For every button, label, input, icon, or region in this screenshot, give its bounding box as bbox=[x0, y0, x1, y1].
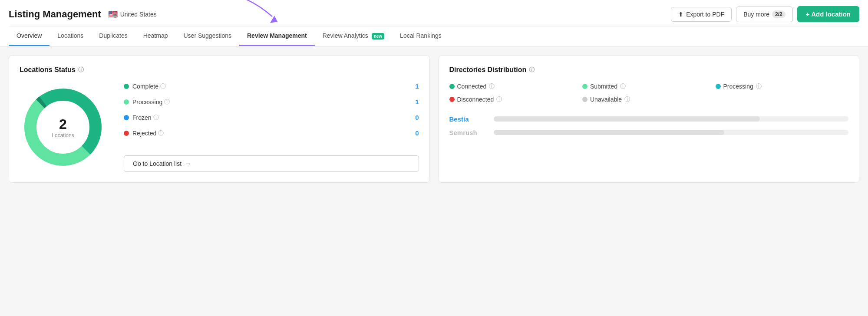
directories-legend: Connected ⓘ Submitted ⓘ Processing ⓘ Dis… bbox=[449, 82, 849, 103]
dir-legend-connected: Connected ⓘ bbox=[449, 82, 583, 90]
disconnected-dot bbox=[449, 97, 455, 102]
dir-processing-info-icon[interactable]: ⓘ bbox=[756, 82, 762, 90]
location-rows: Bestia Semrush bbox=[449, 115, 849, 136]
location-row-semrush: Semrush bbox=[449, 129, 849, 136]
arrow-right-icon: → bbox=[185, 160, 191, 167]
tab-duplicates[interactable]: Duplicates bbox=[91, 27, 135, 46]
dir-legend-unavailable: Unavailable ⓘ bbox=[582, 95, 716, 103]
tab-review-analytics[interactable]: Review Analytics new bbox=[315, 27, 392, 46]
donut-total-label: Locations bbox=[52, 132, 74, 138]
disconnected-info-icon[interactable]: ⓘ bbox=[496, 95, 502, 103]
tab-overview[interactable]: Overview bbox=[9, 27, 50, 46]
dir-legend-submitted: Submitted ⓘ bbox=[582, 82, 716, 90]
location-name-bestia[interactable]: Bestia bbox=[449, 115, 488, 123]
status-item-frozen: Frozen ⓘ 0 bbox=[124, 114, 419, 122]
main-nav: Overview Locations Duplicates Heatmap Us… bbox=[9, 26, 859, 46]
new-badge: new bbox=[372, 33, 384, 40]
processing-count: 1 bbox=[410, 98, 419, 105]
dir-legend-processing: Processing ⓘ bbox=[716, 82, 849, 90]
buy-more-button[interactable]: Buy more 2/2 bbox=[736, 7, 793, 22]
locations-status-title: Locations Status ⓘ bbox=[20, 66, 419, 74]
donut-center: 2 Locations bbox=[52, 116, 74, 138]
submitted-info-icon[interactable]: ⓘ bbox=[620, 82, 626, 90]
unavailable-info-icon[interactable]: ⓘ bbox=[624, 95, 630, 103]
frozen-dot bbox=[124, 115, 129, 120]
directories-title: Directories Distribution ⓘ bbox=[449, 66, 849, 74]
dir-processing-dot bbox=[716, 84, 721, 89]
location-name-semrush: Semrush bbox=[449, 129, 488, 136]
donut-total-number: 2 bbox=[52, 116, 74, 132]
processing-dot bbox=[124, 99, 129, 105]
locations-status-card: Locations Status ⓘ 2 Locations bbox=[9, 55, 430, 183]
svg-marker-0 bbox=[270, 16, 277, 23]
frozen-count: 0 bbox=[410, 114, 419, 121]
frozen-info-icon[interactable]: ⓘ bbox=[153, 114, 159, 122]
complete-info-icon[interactable]: ⓘ bbox=[160, 82, 166, 90]
processing-info-icon[interactable]: ⓘ bbox=[164, 98, 170, 106]
status-item-processing: Processing ⓘ 1 bbox=[124, 98, 419, 106]
status-item-complete: Complete ⓘ 1 bbox=[124, 82, 419, 90]
connected-dot bbox=[449, 84, 455, 89]
locations-status-info-icon[interactable]: ⓘ bbox=[78, 66, 84, 74]
tab-heatmap[interactable]: Heatmap bbox=[135, 27, 176, 46]
dir-legend-disconnected: Disconnected ⓘ bbox=[449, 95, 583, 103]
main-content: Locations Status ⓘ 2 Locations bbox=[0, 46, 868, 191]
top-actions: ⬆ Export to PDF Buy more 2/2 + Add locat… bbox=[671, 6, 859, 22]
goto-location-list-button[interactable]: Go to Location list → bbox=[124, 155, 419, 172]
app-title: Listing Management bbox=[9, 9, 101, 20]
country-label: United States bbox=[120, 11, 157, 18]
export-pdf-button[interactable]: ⬆ Export to PDF bbox=[671, 7, 732, 22]
donut-chart: 2 Locations bbox=[20, 84, 106, 171]
directories-distribution-card: Directories Distribution ⓘ Connected ⓘ S… bbox=[439, 55, 860, 183]
unavailable-dot bbox=[582, 97, 587, 102]
rejected-dot bbox=[124, 131, 129, 136]
tab-user-suggestions[interactable]: User Suggestions bbox=[175, 27, 239, 46]
buy-more-count-badge: 2/2 bbox=[772, 10, 785, 18]
bestia-bar-track bbox=[494, 116, 849, 122]
bestia-bar-fill bbox=[494, 116, 760, 122]
status-item-rejected: Rejected ⓘ 0 bbox=[124, 129, 419, 137]
complete-dot bbox=[124, 84, 129, 89]
rejected-info-icon[interactable]: ⓘ bbox=[158, 129, 164, 137]
directories-info-icon[interactable]: ⓘ bbox=[529, 66, 535, 74]
locations-status-content: 2 Locations Complete ⓘ 1 Proces bbox=[20, 82, 419, 172]
tab-local-rankings[interactable]: Local Rankings bbox=[392, 27, 449, 46]
country-selector[interactable]: 🇺🇸 United States bbox=[108, 10, 157, 19]
add-location-button[interactable]: + Add location bbox=[797, 6, 859, 22]
semrush-bar-track bbox=[494, 130, 849, 135]
connected-info-icon[interactable]: ⓘ bbox=[489, 82, 495, 90]
tab-locations[interactable]: Locations bbox=[50, 27, 91, 46]
complete-count: 1 bbox=[410, 82, 419, 90]
semrush-bar-fill bbox=[494, 130, 724, 135]
status-list: Complete ⓘ 1 Processing ⓘ 1 Fr bbox=[124, 82, 419, 172]
tab-review-management[interactable]: Review Management bbox=[239, 27, 315, 46]
rejected-count: 0 bbox=[410, 129, 419, 137]
flag-icon: 🇺🇸 bbox=[108, 10, 118, 19]
upload-icon: ⬆ bbox=[678, 11, 683, 18]
submitted-dot bbox=[582, 84, 587, 89]
location-row-bestia: Bestia bbox=[449, 115, 849, 123]
